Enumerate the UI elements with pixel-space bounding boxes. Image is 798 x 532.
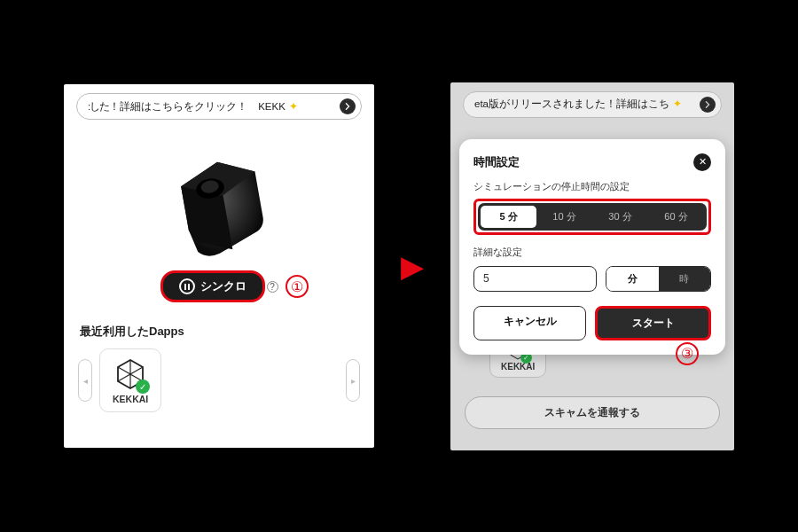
kekkai-logo-icon: ✓	[114, 358, 146, 390]
preset-section-label: シミュレーションの停止時間の設定	[473, 180, 711, 193]
unit-hours[interactable]: 時	[659, 267, 711, 291]
recent-dapps-row: ◂ ✓ KEKKAI ▸	[64, 348, 374, 412]
preset-60min[interactable]: 60 分	[648, 206, 704, 228]
dapp-name: KEKKAI	[113, 394, 148, 404]
sparkle-icon: ✦	[673, 98, 682, 109]
banner-text: eta版がリリースされました！詳細はこち✦	[474, 98, 700, 111]
preset-30min[interactable]: 30 分	[592, 206, 648, 228]
modal-title: 時間設定	[473, 154, 520, 170]
news-banner[interactable]: eta版がリリースされました！詳細はこち✦	[463, 91, 722, 118]
synchro-label: シンクロ	[200, 278, 246, 294]
preset-segment[interactable]: 5 分 10 分 30 分 60 分	[478, 203, 707, 231]
recent-dapps-title: 最近利用したDapps	[80, 324, 358, 340]
start-button[interactable]: スタート	[595, 306, 711, 340]
report-scam-button[interactable]: スキャムを通報する	[465, 396, 720, 429]
preset-10min[interactable]: 10 分	[536, 206, 592, 228]
dapp-card-kekkai[interactable]: ✓ KEKKAI	[99, 348, 161, 412]
preset-segment-highlight: 5 分 10 分 30 分 60 分	[473, 199, 711, 235]
detail-section-label: 詳細な設定	[473, 246, 711, 259]
annotation-1: ①	[286, 275, 309, 298]
flow-arrow-icon: ▶	[401, 248, 424, 284]
banner-forward-icon[interactable]	[340, 98, 356, 114]
synchro-button[interactable]: シンクロ	[160, 270, 265, 302]
verified-check-icon: ✓	[136, 379, 150, 394]
duration-input[interactable]: 5	[473, 266, 597, 292]
preset-5min[interactable]: 5 分	[481, 206, 536, 228]
sparkle-icon: ✦	[289, 101, 298, 112]
scroll-left-handle[interactable]: ◂	[78, 359, 92, 402]
unit-minutes[interactable]: 分	[606, 267, 659, 291]
time-settings-modal: 時間設定 ✕ シミュレーションの停止時間の設定 5 分 10 分 30 分 60…	[459, 139, 725, 355]
cube-illustration	[64, 136, 374, 260]
scroll-right-handle[interactable]: ▸	[346, 359, 360, 402]
screen-1: :した！詳細はこちらをクリック！ KEKK✦	[64, 84, 374, 448]
news-banner[interactable]: :した！詳細はこちらをクリック！ KEKK✦	[76, 93, 362, 120]
annotation-3: ③	[676, 342, 699, 365]
pause-icon	[179, 278, 195, 294]
screen-2: eta版がリリースされました！詳細はこち✦ ✓ KEKKAI スキャムを通報する…	[450, 82, 734, 450]
help-icon[interactable]: ?	[267, 281, 278, 293]
banner-forward-icon[interactable]	[700, 97, 716, 113]
close-icon[interactable]: ✕	[693, 153, 711, 171]
cancel-button[interactable]: キャンセル	[473, 306, 586, 340]
unit-toggle[interactable]: 分 時	[606, 266, 711, 292]
banner-text: :した！詳細はこちらをクリック！ KEKK✦	[88, 100, 340, 113]
